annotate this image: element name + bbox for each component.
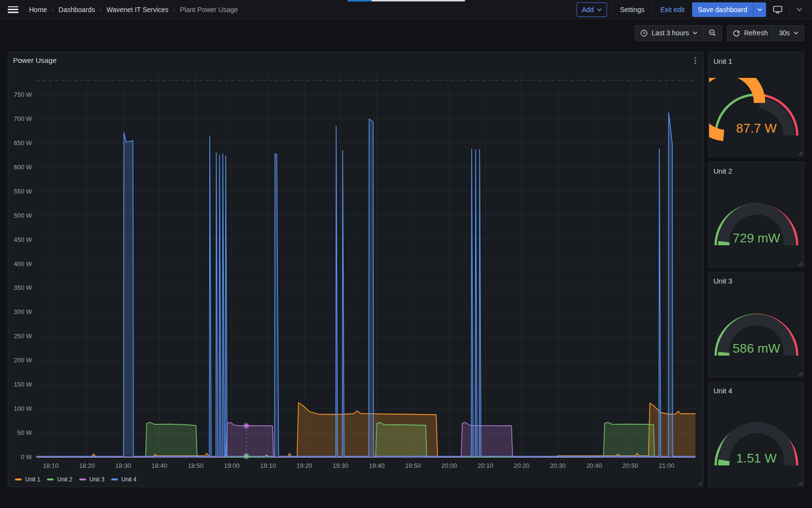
x-axis-label: 20:20 <box>514 462 530 469</box>
panel-title: Unit 4 <box>713 387 732 395</box>
panel-resize-handle[interactable] <box>697 480 702 486</box>
exit-edit-button[interactable]: Exit edit <box>657 6 687 14</box>
tv-icon <box>773 5 783 14</box>
x-axis-label: 19:10 <box>260 462 276 469</box>
top-nav-bar: Home › Dashboards › Wavenet IT Services … <box>0 0 812 19</box>
unit2-gauge-panel: Unit 2 729 mW <box>708 162 804 267</box>
save-dashboard-label: Save dashboard <box>692 2 753 17</box>
x-axis-label: 18:30 <box>116 462 131 469</box>
chevron-down-icon <box>693 31 697 34</box>
menu-icon[interactable] <box>8 6 18 13</box>
loading-bar <box>348 0 465 1</box>
chart-legend: Unit 1Unit 2Unit 3Unit 4 <box>8 476 703 487</box>
panel-title: Unit 3 <box>713 277 732 285</box>
legend-swatch <box>79 478 86 480</box>
y-axis-label: 350 W <box>14 284 32 291</box>
unit4-gauge[interactable]: 1.51 W <box>709 408 804 474</box>
panel-resize-handle[interactable] <box>798 480 803 486</box>
x-axis-label: 19:20 <box>296 462 312 469</box>
save-options-chevron[interactable] <box>754 2 766 17</box>
breadcrumb-home[interactable]: Home <box>29 6 47 14</box>
divider <box>652 5 652 14</box>
chevron-right-icon: › <box>174 7 175 13</box>
panel-resize-handle[interactable] <box>798 371 803 376</box>
chevron-down-icon <box>597 8 602 11</box>
panel-menu-icon[interactable] <box>691 56 699 65</box>
panel-title: Power Usage <box>13 56 57 64</box>
breadcrumb: Home › Dashboards › Wavenet IT Services … <box>29 6 238 14</box>
y-axis-label: 750 W <box>14 91 32 98</box>
save-dashboard-button[interactable]: Save dashboard <box>692 2 766 17</box>
legend-item-unit-1[interactable]: Unit 1 <box>15 476 40 483</box>
power-usage-panel: Power Usage 0 W50 W100 W150 W200 W250 W3… <box>8 52 704 487</box>
panel-resize-handle[interactable] <box>798 150 803 156</box>
series-fill-unit-1 <box>36 403 696 457</box>
unit1-gauge[interactable]: 87.7 W <box>709 78 804 144</box>
panel-header[interactable]: Unit 4 <box>709 382 804 397</box>
panel-header[interactable]: Unit 3 <box>709 272 804 287</box>
x-axis-label: 20:30 <box>550 462 566 469</box>
time-range-label: Last 3 hours <box>652 29 689 37</box>
legend-item-unit-4[interactable]: Unit 4 <box>111 476 136 483</box>
time-range-picker[interactable]: Last 3 hours <box>635 26 703 41</box>
breadcrumb-folder[interactable]: Wavenet IT Services <box>106 6 168 14</box>
y-axis-label: 600 W <box>14 163 32 170</box>
breadcrumb-current-dashboard: Plant Power Usage <box>180 6 238 14</box>
refresh-interval-picker[interactable]: 30s <box>773 26 804 41</box>
refresh-button[interactable]: Refresh <box>727 26 773 41</box>
y-axis-label: 400 W <box>14 260 32 267</box>
legend-swatch <box>47 478 54 480</box>
unit4-gauge-panel: Unit 4 1.51 W <box>708 382 804 487</box>
panel-resize-handle[interactable] <box>798 261 803 266</box>
y-axis-label: 100 W <box>14 405 32 412</box>
time-range-group: Last 3 hours <box>635 25 722 41</box>
x-axis-label: 18:10 <box>43 462 59 469</box>
unit3-gauge[interactable]: 586 mW <box>709 298 804 364</box>
chevron-down-icon <box>794 31 798 34</box>
add-button[interactable]: Add <box>577 2 607 17</box>
gauge-value: 586 mW <box>732 341 780 356</box>
power-usage-chart[interactable]: 0 W50 W100 W150 W200 W250 W300 W350 W400… <box>11 66 700 474</box>
x-axis-label: 18:50 <box>188 462 203 469</box>
divider <box>789 5 790 14</box>
settings-button[interactable]: Settings <box>617 6 648 14</box>
clock-icon <box>640 30 648 37</box>
chevron-right-icon: › <box>52 7 54 13</box>
legend-label: Unit 4 <box>121 476 136 483</box>
y-axis-label: 550 W <box>14 187 32 194</box>
y-axis-label: 450 W <box>14 236 32 243</box>
x-axis-label: 19:30 <box>333 462 348 469</box>
gauge-value: 729 mW <box>732 231 780 245</box>
refresh-label: Refresh <box>744 29 768 37</box>
gauge-value: 87.7 W <box>736 121 777 135</box>
refresh-interval-label: 30s <box>779 29 790 37</box>
x-axis-label: 20:00 <box>441 462 457 469</box>
hover-point <box>245 424 248 427</box>
divider <box>612 5 612 14</box>
chevron-down-icon <box>757 8 762 11</box>
panel-header[interactable]: Unit 1 <box>709 52 804 67</box>
legend-item-unit-2[interactable]: Unit 2 <box>47 476 72 483</box>
x-axis-label: 20:50 <box>623 462 638 469</box>
zoom-out-time-button[interactable] <box>703 26 722 41</box>
unit2-gauge[interactable]: 729 mW <box>709 188 804 254</box>
loading-bar-progress <box>348 0 372 1</box>
panel-header[interactable]: Power Usage <box>8 52 703 65</box>
legend-label: Unit 2 <box>57 476 72 483</box>
panel-title: Unit 1 <box>713 57 732 65</box>
magnifier-minus-icon <box>709 29 716 37</box>
tv-mode-button[interactable] <box>771 5 784 14</box>
panel-header[interactable]: Unit 2 <box>709 162 804 177</box>
gauge-column: Unit 1 87.7 W Unit 2 729 mW Unit 3 586 m… <box>708 52 804 487</box>
collapse-nav-button[interactable] <box>795 8 804 11</box>
dashboard-grid: Power Usage 0 W50 W100 W150 W200 W250 W3… <box>0 46 812 489</box>
y-axis-label: 0 W <box>21 453 32 461</box>
chevron-down-icon <box>797 8 802 11</box>
y-axis-label: 200 W <box>14 357 32 364</box>
gauge-value: 1.51 W <box>736 451 777 465</box>
legend-swatch <box>111 478 118 480</box>
breadcrumb-dashboards[interactable]: Dashboards <box>58 6 95 14</box>
legend-label: Unit 1 <box>25 476 40 483</box>
legend-item-unit-3[interactable]: Unit 3 <box>79 476 104 483</box>
refresh-group: Refresh 30s <box>727 25 804 41</box>
